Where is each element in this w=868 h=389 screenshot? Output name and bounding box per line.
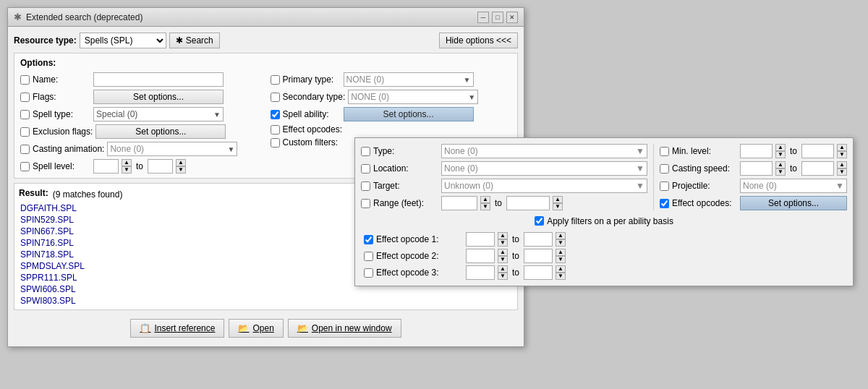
hide-options-button[interactable]: Hide options <<<: [439, 33, 518, 48]
effect-opcode2-max-up[interactable]: ▲: [556, 249, 566, 256]
effect-opcode2-min-up[interactable]: ▲: [498, 249, 508, 256]
effect-opcode3-min-input[interactable]: [466, 265, 495, 280]
close-button[interactable]: ✕: [506, 12, 518, 23]
flags-row: Flags: Set options...: [20, 90, 262, 104]
apply-filters-checkbox[interactable]: [535, 216, 544, 226]
ext-min-level-checkbox[interactable]: [660, 147, 669, 156]
exclusion-flags-checkbox[interactable]: [20, 127, 30, 137]
ext-location-checkbox[interactable]: [361, 164, 370, 174]
title-bar-left: ✱ Extended search (deprecated): [14, 12, 142, 22]
spell-level-checkbox[interactable]: [20, 162, 30, 171]
ext-casting-speed-min-input[interactable]: 0: [740, 161, 773, 176]
effect-opcode1-max-up[interactable]: ▲: [556, 232, 566, 239]
flags-checkbox[interactable]: [20, 93, 30, 102]
ext-casting-speed-max-down[interactable]: ▼: [837, 168, 847, 176]
ext-projectile-label: Projectile:: [672, 181, 737, 191]
ext-casting-speed-max-up[interactable]: ▲: [837, 161, 847, 168]
resource-type-select[interactable]: Spells (SPL): [80, 33, 166, 48]
ext-min-level-max-input[interactable]: 100: [801, 144, 834, 158]
effect-opcode1-min-up[interactable]: ▲: [498, 232, 508, 239]
primary-type-value: NONE (0): [346, 74, 385, 85]
ext-range-max-input[interactable]: 32,767: [506, 196, 550, 210]
ext-target-dropdown[interactable]: Unknown (0) ▼: [441, 179, 647, 193]
ext-min-level-up[interactable]: ▲: [775, 144, 786, 151]
effect-opcode2-min-down[interactable]: ▼: [498, 256, 508, 263]
ext-casting-speed-down[interactable]: ▼: [775, 168, 786, 176]
ext-effect-opcodes-button[interactable]: Set options...: [740, 196, 847, 210]
insert-reference-button[interactable]: 📋 Insert reference: [130, 319, 224, 338]
effect-opcode3-max-up[interactable]: ▲: [556, 265, 566, 273]
flags-set-options-button[interactable]: Set options...: [93, 90, 224, 104]
effect-opcode2-max-down[interactable]: ▼: [556, 256, 566, 263]
effect-opcode2-min-spinner: ▲ ▼: [498, 249, 508, 263]
effect-opcodes-checkbox[interactable]: [271, 125, 280, 134]
spell-type-checkbox[interactable]: [20, 110, 30, 119]
ext-range-to-label: to: [495, 198, 502, 208]
ext-effect-opcodes-checkbox[interactable]: [660, 199, 669, 208]
secondary-type-checkbox[interactable]: [271, 93, 280, 102]
effect-opcode3-checkbox[interactable]: [364, 268, 373, 278]
ext-min-level-min-input[interactable]: 0: [740, 144, 773, 158]
name-input[interactable]: [93, 72, 224, 87]
ext-target-checkbox[interactable]: [361, 181, 370, 191]
effect-opcode3-max-down[interactable]: ▼: [556, 273, 566, 280]
spell-level-min-down[interactable]: ▼: [122, 166, 132, 174]
effect-opcode1-checkbox[interactable]: [364, 235, 373, 244]
secondary-type-label: Secondary type:: [283, 92, 346, 102]
custom-filters-checkbox[interactable]: [271, 138, 280, 148]
ext-type-arrow: ▼: [636, 146, 644, 156]
spell-level-max-up[interactable]: ▲: [176, 159, 186, 166]
effect-opcode2-max-spinner: ▲ ▼: [556, 249, 566, 263]
primary-type-dropdown[interactable]: NONE (0) ▼: [344, 72, 474, 87]
spell-type-dropdown[interactable]: Special (0) ▼: [93, 107, 224, 121]
ext-type-dropdown[interactable]: None (0) ▼: [441, 144, 647, 158]
effect-opcode3-min-down[interactable]: ▼: [498, 273, 508, 280]
maximize-button[interactable]: □: [492, 12, 503, 23]
casting-animation-dropdown[interactable]: None (0) ▼: [107, 142, 237, 156]
effect-opcode1-min-input[interactable]: 31: [466, 232, 495, 247]
minimize-button[interactable]: ─: [477, 12, 489, 23]
ext-projectile-dropdown[interactable]: None (0) ▼: [740, 179, 847, 193]
effect-opcode2-max-input[interactable]: 999: [524, 249, 553, 263]
primary-type-checkbox[interactable]: [271, 75, 280, 85]
spell-level-min-up[interactable]: ▲: [122, 159, 132, 166]
effect-opcode2-min-input[interactable]: [466, 249, 495, 263]
effect-opcode3-to: to: [512, 268, 519, 278]
ext-range-min-up[interactable]: ▲: [480, 196, 490, 203]
ext-min-level-row: Min. level: 0 ▲ ▼ to 100 ▲ ▼: [660, 144, 847, 158]
name-checkbox[interactable]: [20, 75, 30, 85]
spell-ability-button[interactable]: Set options...: [344, 107, 474, 121]
effect-opcode1-min-down[interactable]: ▼: [498, 239, 508, 247]
ext-casting-speed-max-input[interactable]: 99: [801, 161, 834, 176]
ext-min-level-max-up[interactable]: ▲: [837, 144, 847, 151]
casting-animation-checkbox[interactable]: [20, 145, 30, 154]
ext-casting-speed-checkbox[interactable]: [660, 164, 669, 174]
effect-opcode3-min-up[interactable]: ▲: [498, 265, 508, 273]
ext-type-checkbox[interactable]: [361, 147, 370, 156]
ext-min-level-max-down[interactable]: ▼: [837, 151, 847, 158]
effect-opcode1-max-down[interactable]: ▼: [556, 239, 566, 247]
ext-location-arrow: ▼: [636, 163, 644, 174]
ext-range-min-input[interactable]: 0: [441, 196, 477, 210]
secondary-type-dropdown[interactable]: NONE (0) ▼: [348, 90, 478, 104]
ext-location-dropdown[interactable]: None (0) ▼: [441, 161, 647, 176]
open-button[interactable]: 📂 Open: [229, 319, 283, 338]
search-button[interactable]: ✱ Search: [169, 33, 220, 48]
ext-range-checkbox[interactable]: [361, 199, 370, 208]
effect-opcode3-max-input[interactable]: 999: [524, 265, 553, 280]
spell-level-max-down[interactable]: ▼: [176, 166, 186, 174]
spell-level-min-input[interactable]: 0: [93, 159, 119, 174]
open-new-window-button[interactable]: 📂 Open in new window: [288, 319, 401, 338]
ext-range-max-down[interactable]: ▼: [553, 203, 563, 210]
ext-range-min-down[interactable]: ▼: [480, 203, 490, 210]
spell-ability-checkbox[interactable]: [271, 110, 280, 119]
spell-level-max-input[interactable]: 10: [148, 159, 173, 174]
effect-opcode2-checkbox[interactable]: [364, 252, 373, 261]
ext-projectile-checkbox[interactable]: [660, 181, 669, 191]
ext-min-level-down[interactable]: ▼: [775, 151, 786, 158]
exclusion-flags-set-options-button[interactable]: Set options...: [95, 124, 226, 139]
ext-range-max-up[interactable]: ▲: [553, 196, 563, 203]
effect-opcode1-max-input[interactable]: 31: [524, 232, 553, 247]
ext-casting-speed-up[interactable]: ▲: [775, 161, 786, 168]
list-item[interactable]: SPWI803.SPL: [17, 295, 514, 307]
